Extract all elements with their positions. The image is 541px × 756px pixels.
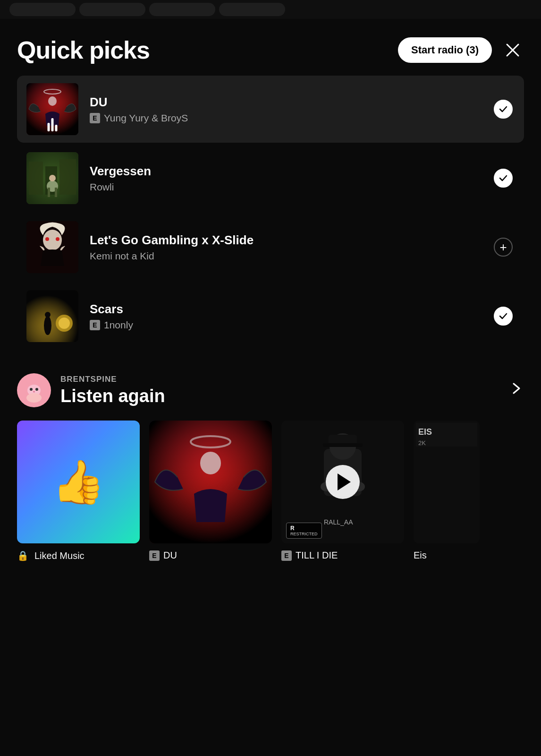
album-label-till: E TILL I DIE: [281, 550, 404, 561]
svg-point-29: [26, 393, 42, 403]
check-circle: [494, 100, 513, 119]
svg-rect-17: [26, 290, 78, 342]
track-item-vergessen[interactable]: Vergessen Rowli: [17, 145, 524, 212]
top-bar-tab: [9, 3, 76, 16]
play-triangle-icon: [338, 473, 351, 490]
profile-avatar: [17, 373, 51, 407]
track-artwork-vergessen: [26, 152, 78, 204]
listen-again-header: BRENTSPINE Listen again: [17, 369, 524, 407]
svg-rect-37: [323, 443, 363, 447]
track-artist: E Yung Yury & BroyS: [90, 112, 481, 124]
quick-picks-title: Quick picks: [17, 36, 150, 64]
svg-point-28: [33, 391, 35, 393]
album-card-till[interactable]: RALL_AA R RESTRICTED E TILL I DIE: [281, 421, 404, 561]
check-circle: [494, 307, 513, 326]
track-list: DU E Yung Yury & BroyS: [17, 76, 524, 350]
play-overlay[interactable]: [326, 465, 360, 499]
track-item-scars[interactable]: Scars E 1nonly: [17, 283, 524, 350]
track-action-gambling[interactable]: +: [492, 236, 515, 258]
svg-marker-25: [38, 380, 42, 386]
track-artwork-scars: [26, 290, 78, 342]
album-card-eis[interactable]: EIS 2K Eis: [414, 421, 480, 561]
track-artist: Rowli: [90, 181, 481, 193]
start-radio-button[interactable]: Start radio (3): [398, 37, 492, 63]
svg-text:EIS: EIS: [418, 427, 432, 437]
explicit-badge: E: [90, 113, 100, 123]
main-content: Quick picks Start radio (3): [0, 19, 541, 756]
svg-point-16: [56, 237, 59, 241]
svg-point-21: [59, 318, 70, 329]
close-button[interactable]: [501, 39, 524, 61]
restricted-badge: R RESTRICTED: [286, 523, 322, 539]
top-bar-tab: [149, 3, 215, 16]
album-art-liked: 👍: [17, 421, 140, 543]
svg-point-32: [200, 452, 221, 474]
svg-point-19: [45, 312, 51, 318]
album-card-liked[interactable]: 👍 🔒 Liked Music: [17, 421, 140, 561]
listen-again-section: BRENTSPINE Listen again 👍 🔒 Liked Music: [17, 369, 524, 561]
track-artwork-gambling: [26, 221, 78, 273]
svg-rect-6: [29, 162, 43, 195]
quick-picks-header: Quick picks Start radio (3): [17, 36, 524, 64]
section-divider: [17, 350, 524, 369]
track-artist: Kemi not a Kid: [90, 250, 481, 262]
track-artist: E 1nonly: [90, 319, 481, 331]
check-circle: [494, 169, 513, 188]
svg-rect-8: [59, 159, 76, 195]
track-action-du[interactable]: [492, 98, 515, 120]
svg-rect-11: [48, 188, 50, 197]
album-label-eis: Eis: [414, 550, 480, 561]
album-art-till: RALL_AA R RESTRICTED: [281, 421, 404, 543]
top-bar-tab: [219, 3, 285, 16]
listen-again-text: BRENTSPINE Listen again: [60, 375, 165, 406]
track-item-du[interactable]: DU E Yung Yury & BroyS: [17, 76, 524, 143]
top-bar-tab: [79, 3, 145, 16]
album-card-du[interactable]: E DU: [149, 421, 272, 561]
svg-point-15: [45, 237, 49, 241]
svg-point-18: [44, 316, 51, 335]
album-label-du: E DU: [149, 550, 272, 561]
svg-point-10: [49, 175, 56, 181]
svg-marker-24: [25, 380, 30, 386]
svg-point-4: [48, 96, 57, 106]
track-info-vergessen: Vergessen Rowli: [90, 164, 481, 193]
track-item-gambling[interactable]: Let's Go Gambling x X-Slide Kemi not a K…: [17, 214, 524, 281]
thumbs-up-icon: 👍: [52, 457, 105, 507]
svg-text:2K: 2K: [418, 439, 426, 447]
explicit-badge: E: [90, 320, 100, 330]
album-art-du: [149, 421, 272, 543]
header-actions: Start radio (3): [398, 37, 524, 63]
track-info-du: DU E Yung Yury & BroyS: [90, 95, 481, 124]
listen-again-title: Listen again: [60, 386, 165, 406]
track-info-gambling: Let's Go Gambling x X-Slide Kemi not a K…: [90, 233, 481, 262]
track-title: Let's Go Gambling x X-Slide: [90, 233, 481, 248]
track-action-scars[interactable]: [492, 305, 515, 327]
track-title: Scars: [90, 302, 481, 317]
top-bar: [0, 0, 541, 19]
track-action-vergessen[interactable]: [492, 167, 515, 189]
svg-rect-12: [55, 188, 57, 197]
lock-icon: 🔒: [17, 550, 29, 561]
add-button[interactable]: +: [494, 238, 513, 257]
album-cards-row: 👍 🔒 Liked Music: [17, 421, 524, 561]
album-art-eis: EIS 2K: [414, 421, 480, 543]
chevron-right-icon[interactable]: [509, 380, 524, 400]
track-info-scars: Scars E 1nonly: [90, 302, 481, 331]
track-title: DU: [90, 95, 481, 110]
explicit-badge: E: [149, 550, 160, 561]
svg-point-26: [30, 388, 33, 391]
listen-again-left: BRENTSPINE Listen again: [17, 373, 165, 407]
track-artwork-du: [26, 83, 78, 135]
svg-point-27: [35, 388, 38, 391]
explicit-badge: E: [281, 550, 292, 561]
album-label-liked: 🔒 Liked Music: [17, 550, 140, 561]
track-title: Vergessen: [90, 164, 481, 179]
listen-again-subtitle: BRENTSPINE: [60, 375, 165, 384]
playing-indicator: [48, 118, 58, 131]
svg-text:RALL_AA: RALL_AA: [324, 518, 353, 526]
